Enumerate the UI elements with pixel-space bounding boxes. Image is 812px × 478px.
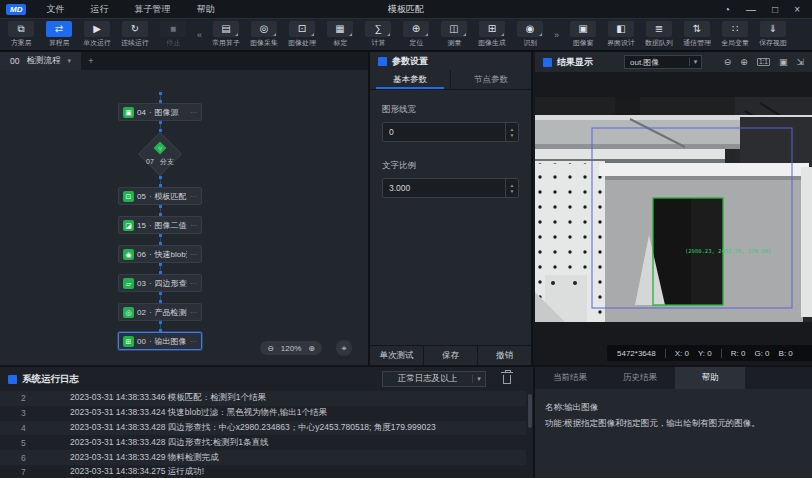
menu-item[interactable]: 运行 [90, 3, 108, 16]
fullscreen-button[interactable]: ⇲ [796, 58, 804, 67]
log-scrollbar[interactable] [528, 394, 532, 428]
log-row[interactable]: 5 2023-03-31 14:38:33.428 四边形查找:检测到1条直线 [0, 435, 526, 450]
text-scale-stepper[interactable]: ▲ ▼ [505, 179, 518, 197]
node-more-button[interactable]: ··· [190, 109, 197, 116]
log-row[interactable]: 3 2023-03-31 14:38:33.424 快速blob过滤：黑色视为物… [0, 406, 526, 421]
flow-node[interactable]: ▣ 04·图像源 ··· [118, 103, 202, 121]
toolbar-operator-button[interactable]: ⊞ 图像生成 [473, 19, 511, 50]
node-icon: ⑂ [154, 142, 167, 155]
toolbar-operator-button[interactable]: ◉ 识别 [511, 19, 549, 50]
cursor-x: X: 0 [675, 349, 689, 358]
log-row[interactable]: 7 2023-03-31 14:38:34.275 运行成功! [0, 465, 526, 478]
menu-item[interactable]: 文件 [46, 3, 64, 16]
image-viewport[interactable]: (2980.23, 2453.78, 179.99) 5472*3648 X: … [535, 72, 812, 365]
result-tab[interactable]: 帮助 [675, 367, 745, 389]
close-button[interactable]: × [794, 4, 800, 15]
toolbar-view-icon: ⇅ [693, 24, 701, 34]
menu-item[interactable]: 算子管理 [134, 3, 170, 16]
log-row[interactable]: 6 2023-03-31 14:38:33.429 物料检测完成 [0, 450, 526, 465]
flow-node[interactable]: ⊞ 00·输出图像 ··· [118, 332, 202, 350]
result-tab[interactable]: 当前结果 [535, 367, 605, 389]
menu-bar: 文件运行算子管理帮助 [46, 3, 214, 16]
flow-node[interactable]: ⑂ 07分支 [132, 132, 188, 176]
node-more-button[interactable]: ··· [190, 280, 197, 287]
flow-node[interactable]: ◉ 06·快速blob过滤 ··· [118, 245, 202, 263]
zoom-in-icon[interactable]: ⊕ [308, 344, 315, 353]
title-bar: MD 文件运行算子管理帮助 模板匹配 ◔ — □ × [0, 0, 812, 18]
collapse-right-button[interactable]: » [549, 19, 564, 50]
result-tab[interactable]: 历史结果 [605, 367, 675, 389]
help-name-line: 名称:输出图像 [545, 399, 802, 415]
node-more-button[interactable]: ··· [190, 309, 197, 316]
image-info-bar: 5472*3648 X: 0 Y: 0 R: 0 G: 0 B: 0 [607, 345, 812, 361]
flow-canvas[interactable]: ▣ 04·图像源 ··· ⑂ [0, 70, 368, 365]
toolbar-view-icon: ⇓ [769, 24, 777, 34]
toolbar-operator-button[interactable]: ▤ 常用算子 [207, 19, 245, 50]
single-test-button[interactable]: 单次测试 [370, 346, 423, 365]
fit-view-button[interactable]: ⌖ [336, 340, 352, 356]
node-more-button[interactable]: ··· [190, 251, 197, 258]
flow-node[interactable]: ⊡ 05·模板匹配 ··· [118, 187, 202, 205]
flow-tab[interactable]: 00 检测流程 ▾ [0, 52, 81, 70]
image-source-select[interactable]: out.图像 ▾ [624, 55, 702, 69]
toolbar-run-button[interactable]: ⇄ 算程层 [40, 19, 78, 50]
save-button[interactable]: 保存 [423, 346, 477, 365]
log-level-select[interactable]: 正常日志及以上 ▾ [382, 371, 486, 387]
node-icon: ◎ [123, 307, 134, 318]
toolbar-operator-button[interactable]: ∑ 计算 [359, 19, 397, 50]
node-more-button[interactable]: ··· [190, 222, 197, 229]
spinner-up-icon[interactable]: ▲ [510, 183, 514, 188]
toolbar-view-button[interactable]: ⇓ 保存视图 [754, 19, 792, 50]
log-panel-title: 系统运行日志 [22, 373, 79, 386]
toolbar-run-button[interactable]: ■ 停止 [154, 19, 192, 50]
toolbar-view-button[interactable]: ≣ 数据队列 [640, 19, 678, 50]
maximize-button[interactable]: □ [772, 4, 778, 15]
toolbar-run-button[interactable]: ↻ 连续运行 [116, 19, 154, 50]
menu-item[interactable]: 帮助 [196, 3, 214, 16]
node-more-button[interactable]: ··· [190, 338, 197, 345]
spinner-up-icon[interactable]: ▲ [510, 127, 514, 132]
flow-node[interactable]: ◪ 15·图像二值化 ··· [118, 216, 202, 234]
toolbar-operator-button[interactable]: ◫ 测量 [435, 19, 473, 50]
help-function-line: 功能:根据指定图像和指定图元，输出绘制有图元的图像。 [545, 415, 802, 431]
fit-image-button[interactable]: ▣ [779, 58, 788, 67]
toolbar-operator-icon: ◉ [526, 24, 535, 34]
minimize-button[interactable]: — [746, 4, 756, 15]
toolbar-view-button[interactable]: ▣ 图像窗 [564, 19, 602, 50]
text-scale-input[interactable] [383, 183, 505, 193]
parameter-tab[interactable]: 节点参数 [450, 70, 531, 89]
toolbar-view-button[interactable]: ◧ 界面设计 [602, 19, 640, 50]
spinner-down-icon[interactable]: ▼ [510, 133, 514, 138]
toolbar-operator-button[interactable]: ◎ 图像采集 [245, 19, 283, 50]
zoom-in-icon[interactable]: ⊕ [740, 58, 748, 67]
toolbar-run-button[interactable]: ⧉ 方案层 [2, 19, 40, 50]
toolbar-view-button[interactable]: ∷ 全局变量 [716, 19, 754, 50]
line-width-input[interactable] [383, 127, 505, 137]
toolbar-operator-button[interactable]: ▦ 标定 [321, 19, 359, 50]
toolbar-operator-button[interactable]: ⊡ 图像处理 [283, 19, 321, 50]
log-row[interactable]: 4 2023-03-31 14:38:33.428 四边形查找：中心x2980.… [0, 421, 526, 436]
panel-icon [543, 58, 552, 67]
spinner-down-icon[interactable]: ▼ [510, 189, 514, 194]
undo-button[interactable]: 撤销 [477, 346, 531, 365]
parameter-tab[interactable]: 基本参数 [370, 70, 450, 89]
toolbar-operator-button[interactable]: ⊕ 定位 [397, 19, 435, 50]
toolbar-view-button[interactable]: ⇅ 通信管理 [678, 19, 716, 50]
gauge-icon[interactable]: ◔ [724, 4, 730, 15]
one-to-one-button[interactable]: 1:1 [757, 58, 770, 67]
flow-node[interactable]: ▱ 03·四边形查找 ··· [118, 274, 202, 292]
toolbar-run-button[interactable]: ▶ 单次运行 [78, 19, 116, 50]
clear-log-button[interactable] [503, 375, 511, 384]
flow-connector [159, 205, 162, 216]
node-icon: ◉ [123, 249, 134, 260]
chevron-down-icon: ▾ [689, 58, 701, 66]
node-more-button[interactable]: ··· [190, 193, 197, 200]
zoom-out-icon[interactable]: ⊖ [267, 344, 274, 353]
toolbar-operator-icon: ▦ [335, 24, 344, 34]
collapse-left-button[interactable]: « [192, 19, 207, 50]
add-flow-button[interactable]: + [81, 56, 101, 66]
flow-node[interactable]: ◎ 02·产品检测 ··· [118, 303, 202, 321]
zoom-out-icon[interactable]: ⊖ [724, 58, 732, 67]
line-width-stepper[interactable]: ▲ ▼ [505, 123, 518, 141]
log-row[interactable]: 2 2023-03-31 14:38:33.346 模板匹配：检测到1个结果 [0, 391, 526, 406]
